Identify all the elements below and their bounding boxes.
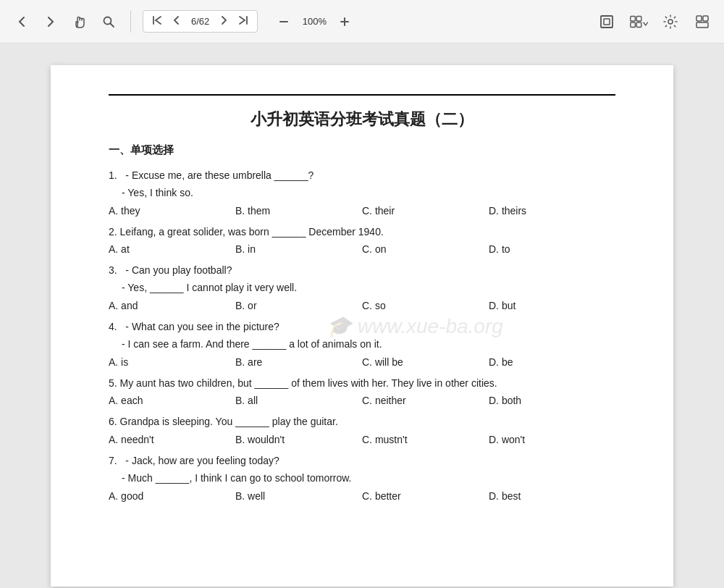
q4-option-d: D. be xyxy=(489,356,615,368)
toolbar: 6/62 100% xyxy=(0,0,724,43)
q6-options: A. needn't B. wouldn't C. mustn't D. won… xyxy=(109,434,615,445)
q5-options: A. each B. all C. neither D. both xyxy=(109,395,615,406)
q1-option-c: C. their xyxy=(362,205,489,217)
q4-option-c: C. will be xyxy=(362,356,489,368)
q4-option-a: A. is xyxy=(109,356,235,368)
back-icon[interactable] xyxy=(12,12,32,32)
q2-option-c: C. on xyxy=(362,243,489,255)
zoom-controls: 100% xyxy=(275,13,353,30)
separator-1 xyxy=(130,11,131,33)
svg-rect-10 xyxy=(636,16,641,21)
last-page-button[interactable] xyxy=(235,14,251,29)
document-viewer: 🎓 www.xue-ba.org 小升初英语分班考试真题（二） 一、单项选择 1… xyxy=(0,43,724,588)
q4-prompt: 4. - What can you see in the picture? xyxy=(109,319,615,336)
document-page: 🎓 www.xue-ba.org 小升初英语分班考试真题（二） 一、单项选择 1… xyxy=(51,65,673,587)
q5-option-b: B. all xyxy=(235,395,362,406)
q6-option-a: A. needn't xyxy=(109,434,235,445)
zoom-in-button[interactable] xyxy=(336,13,353,30)
top-rule xyxy=(109,94,615,96)
section-header: 一、单项选择 xyxy=(109,143,615,157)
svg-rect-12 xyxy=(636,22,641,27)
q1-option-d: D. theirs xyxy=(489,205,615,217)
page-navigation: 6/62 xyxy=(143,10,258,33)
zoom-out-button[interactable] xyxy=(275,13,292,30)
q7-sub: - Much ______, I think I can go to schoo… xyxy=(109,470,615,487)
q3-option-b: B. or xyxy=(235,300,362,311)
q5-option-d: D. both xyxy=(489,395,615,406)
q6-option-d: D. won't xyxy=(489,434,615,445)
q7-option-a: A. good xyxy=(109,490,235,502)
zoom-level-display: 100% xyxy=(298,16,330,27)
q1-number: 1. - Excuse me, are these umbrella _____… xyxy=(109,169,313,181)
q1-prompt: 1. - Excuse me, are these umbrella _____… xyxy=(109,167,615,185)
q3-prompt: 3. - Can you play football? xyxy=(109,262,615,280)
q3-options: A. and B. or C. so D. but xyxy=(109,300,615,311)
toolbar-right xyxy=(597,12,712,32)
q7-options: A. good B. well C. better D. best xyxy=(109,490,615,502)
fit-page-icon[interactable] xyxy=(597,12,617,32)
q4-options: A. is B. are C. will be D. be xyxy=(109,356,615,368)
q5-option-a: A. each xyxy=(109,395,235,406)
q6-option-c: C. mustn't xyxy=(362,434,489,445)
prev-page-button[interactable] xyxy=(169,14,182,29)
more-options-icon[interactable] xyxy=(692,12,712,32)
q2-option-b: B. in xyxy=(235,243,362,255)
q3-option-c: C. so xyxy=(362,300,489,311)
page-number: 6/62 xyxy=(187,16,214,27)
q1-sub: - Yes, I think so. xyxy=(109,185,615,202)
forward-icon[interactable] xyxy=(41,12,61,32)
hand-tool-icon[interactable] xyxy=(70,12,90,32)
question-7: 7. - Jack, how are you feeling today? - … xyxy=(109,453,615,502)
q7-prompt: 7. - Jack, how are you feeling today? xyxy=(109,453,615,470)
view-menu-icon[interactable] xyxy=(628,12,649,32)
question-5: 5. My aunt has two children, but ______ … xyxy=(109,375,615,407)
q7-option-c: C. better xyxy=(362,490,489,502)
svg-rect-9 xyxy=(631,16,636,21)
svg-rect-15 xyxy=(703,16,708,21)
q1-option-b: B. them xyxy=(235,205,362,217)
q5-option-c: C. neither xyxy=(362,395,489,406)
q4-option-b: B. are xyxy=(235,356,362,368)
q1-option-a: A. they xyxy=(109,205,235,217)
q7-option-d: D. best xyxy=(489,490,615,502)
svg-rect-7 xyxy=(601,16,613,28)
q2-options: A. at B. in C. on D. to xyxy=(109,243,615,255)
question-1: 1. - Excuse me, are these umbrella _____… xyxy=(109,167,615,217)
q1-options: A. they B. them C. their D. theirs xyxy=(109,205,615,217)
first-page-button[interactable] xyxy=(149,14,165,29)
q2-option-d: D. to xyxy=(489,243,615,255)
question-3: 3. - Can you play football? - Yes, _____… xyxy=(109,262,615,311)
question-4: 4. - What can you see in the picture? - … xyxy=(109,319,615,368)
svg-point-13 xyxy=(668,20,673,24)
q2-option-a: A. at xyxy=(109,243,235,255)
document-title: 小升初英语分班考试真题（二） xyxy=(109,109,615,130)
question-2: 2. Leifang, a great solider, was born __… xyxy=(109,224,615,256)
next-page-button[interactable] xyxy=(218,14,231,29)
svg-rect-14 xyxy=(696,16,702,21)
search-icon[interactable] xyxy=(98,12,119,32)
svg-rect-11 xyxy=(631,22,636,27)
settings-icon[interactable] xyxy=(660,12,681,32)
svg-line-1 xyxy=(111,23,114,27)
question-6: 6. Grandpa is sleeping. You ______ play … xyxy=(109,413,615,445)
q3-option-d: D. but xyxy=(489,300,615,311)
q6-prompt: 6. Grandpa is sleeping. You ______ play … xyxy=(109,413,615,431)
q3-option-a: A. and xyxy=(109,300,235,311)
q6-option-b: B. wouldn't xyxy=(235,434,362,445)
svg-rect-16 xyxy=(696,22,708,28)
q4-sub: - I can see a farm. And there ______ a l… xyxy=(109,336,615,353)
q7-option-b: B. well xyxy=(235,490,362,502)
q2-prompt: 2. Leifang, a great solider, was born __… xyxy=(109,224,615,241)
svg-rect-8 xyxy=(604,19,610,25)
q5-prompt: 5. My aunt has two children, but ______ … xyxy=(109,375,615,392)
q3-sub: - Yes, ______ I cannot play it very well… xyxy=(109,280,615,297)
